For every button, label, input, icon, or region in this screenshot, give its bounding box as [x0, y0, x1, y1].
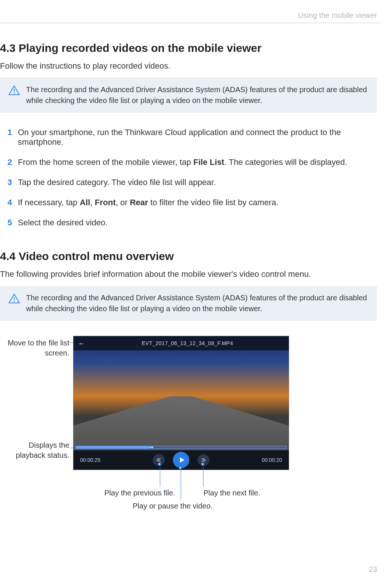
play-pause-button[interactable]: [173, 452, 189, 468]
warning-icon: [8, 293, 20, 304]
chapter-header: Using the mobile viewer: [0, 11, 381, 23]
step-4: 4 If necessary, tap All, Front, or Rear …: [7, 198, 377, 207]
info-text: The recording and the Advanced Driver As…: [26, 294, 367, 313]
step-text: If necessary, tap All, Front, or Rear to…: [18, 198, 278, 207]
step-number: 1: [7, 128, 18, 147]
step-number: 5: [7, 218, 18, 228]
step-number: 2: [7, 157, 18, 167]
section-title-44: 4.4 Video control menu overview: [0, 250, 377, 263]
section-intro-43: Follow the instructions to play recorded…: [0, 61, 377, 71]
seek-bar[interactable]: [76, 446, 287, 449]
player-topbar: ← EVT_2017_06_13_12_34_08_F.MP4: [73, 336, 289, 350]
page-number: 23: [369, 565, 377, 574]
warning-icon: [8, 85, 20, 96]
callout-prev: Play the previous file.: [104, 488, 175, 498]
step-5: 5 Select the desired video.: [7, 218, 377, 228]
step-2: 2 From the home screen of the mobile vie…: [7, 157, 377, 167]
player-filename: EVT_2017_06_13_12_34_08_F.MP4: [91, 340, 284, 346]
step-1: 1 On your smartphone, run the Thinkware …: [7, 128, 377, 147]
section-intro-44: The following provides brief information…: [0, 269, 377, 279]
svg-point-1: [14, 93, 15, 94]
step-text: Select the desired video.: [18, 218, 108, 228]
info-callout-44: The recording and the Advanced Driver As…: [0, 286, 377, 321]
step-text: From the home screen of the mobile viewe…: [18, 157, 347, 167]
step-text: On your smartphone, run the Thinkware Cl…: [18, 128, 377, 147]
info-callout-43: The recording and the Advanced Driver As…: [0, 78, 377, 113]
svg-point-3: [14, 301, 15, 302]
steps-list: 1 On your smartphone, run the Thinkware …: [7, 128, 377, 228]
step-number: 4: [7, 198, 18, 207]
info-text: The recording and the Advanced Driver As…: [26, 85, 367, 104]
video-control-diagram: Move to the file list screen. Displays t…: [0, 336, 377, 530]
back-icon[interactable]: ←: [78, 339, 85, 348]
elapsed-time: 00:00:25: [80, 457, 101, 463]
callout-back: Move to the file list screen.: [0, 338, 69, 358]
callout-next: Play the next file.: [203, 488, 260, 498]
callout-progress: Displays the playback status.: [0, 440, 69, 460]
video-player: ← EVT_2017_06_13_12_34_08_F.MP4 00:00:25: [73, 336, 289, 470]
callout-playpause: Play or pause the video.: [133, 501, 213, 511]
section-title-43: 4.3 Playing recorded videos on the mobil…: [0, 42, 377, 54]
remaining-time: 00:00:20: [262, 457, 282, 463]
step-3: 3 Tap the desired category. The video fi…: [7, 178, 377, 187]
step-number: 3: [7, 178, 18, 187]
step-text: Tap the desired category. The video file…: [18, 178, 216, 187]
